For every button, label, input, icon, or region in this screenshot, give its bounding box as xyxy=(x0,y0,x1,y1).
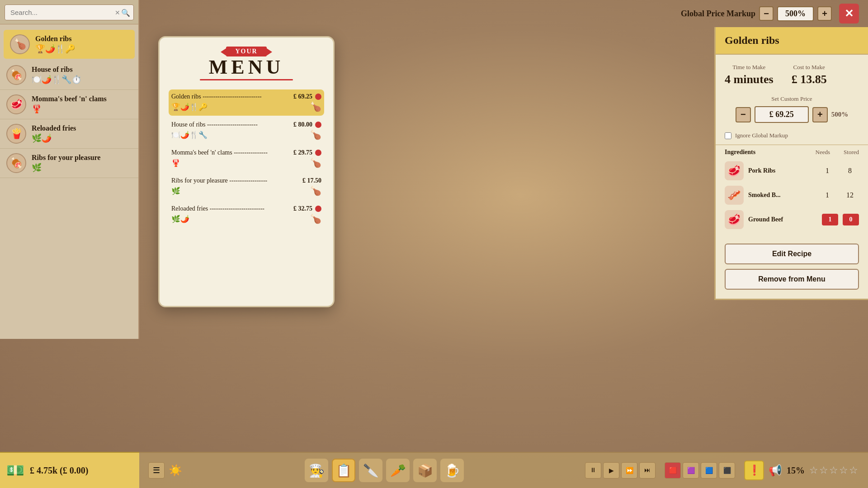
price-control: − £ 69.25 + 500% xyxy=(725,106,859,123)
remove-from-menu-button[interactable]: Remove from Menu xyxy=(725,269,859,290)
entry-name: Reloaded fries -------------------------… xyxy=(171,205,264,212)
rating-icon: ❗ xyxy=(744,460,764,480)
menu-entry-0[interactable]: Golden ribs ----------------------------… xyxy=(169,89,324,116)
sidebar: ✕ 🔍 🍗 Golden ribs 🏆🌶️🍴🔑 🍖 House of ribs … xyxy=(0,0,139,339)
sun-button[interactable]: ☀️ xyxy=(167,462,184,479)
sidebar-item-golden-ribs[interactable]: 🍗 Golden ribs 🏆🌶️🍴🔑 xyxy=(4,30,135,59)
playback-controls: ⏸ ▶ ⏩ ⏭ xyxy=(585,462,656,479)
menu-entry-4[interactable]: Reloaded fries -------------------------… xyxy=(169,202,324,228)
sidebar-item-ribs-pleasure[interactable]: 🍖 Ribs for your pleasure 🌿 xyxy=(0,149,138,178)
price-percent: 500% xyxy=(831,111,849,118)
cost-stat: Cost to Make £ 13.85 xyxy=(792,64,827,86)
menu-underline xyxy=(200,79,293,80)
item-name: Reloaded fries xyxy=(32,124,132,132)
ing-stored-smoked: 12 xyxy=(841,191,859,199)
entry-price: £ 29.75 xyxy=(293,149,321,156)
price-dot xyxy=(315,122,321,128)
item-tags: 🏆🌶️🍴🔑 xyxy=(35,44,128,54)
item-icon: 🍖 xyxy=(6,153,26,173)
entry-icons: 🌿🌶️ 🍗 xyxy=(171,213,321,224)
ing-needs-smoked: 1 xyxy=(818,191,836,199)
detail-header: Golden ribs xyxy=(716,27,868,55)
time-value: 4 minutes xyxy=(725,73,774,86)
ignore-markup-label: Ignore Global Markup xyxy=(735,132,788,139)
entry-row: House of ribs ------------------------ £… xyxy=(171,121,321,128)
taskbar-ingredients-button[interactable]: 🥕 xyxy=(386,459,410,482)
btn-blue[interactable]: 🟦 xyxy=(701,462,717,479)
ing-icon-smoked: 🥓 xyxy=(725,186,744,205)
entry-row: Momma's beef 'n' clams ---------------- … xyxy=(171,149,321,156)
ing-name-smoked: Smoked B... xyxy=(748,192,814,199)
price-dot xyxy=(315,206,321,212)
cost-value: £ 13.85 xyxy=(792,73,827,86)
ingredients-section: Ingredients Needs Stored 🥩 Pork Ribs 1 8… xyxy=(716,145,868,238)
entry-icons: 🌿 🍗 xyxy=(171,185,321,196)
ingredients-title: Ingredients xyxy=(725,149,755,156)
taskbar-center: 👨‍🍳 📋 🔪 🥕 📦 🍺 xyxy=(305,459,464,482)
taskbar-drink-button[interactable]: 🍺 xyxy=(440,459,464,482)
star-rating: ☆☆☆☆☆ xyxy=(809,465,859,476)
entry-dish: 🍗 xyxy=(310,213,321,224)
price-plus-button[interactable]: + xyxy=(812,107,828,122)
pause-button[interactable]: ⏸ xyxy=(585,462,601,479)
ing-name-beef: Ground Beef xyxy=(748,216,817,223)
menu-title: MENU xyxy=(169,57,324,77)
item-icon: 🥩 xyxy=(6,94,26,114)
entry-dish: 🍗 xyxy=(310,129,321,140)
menu-entry-2[interactable]: Momma's beef 'n' clams ---------------- … xyxy=(169,145,324,172)
taskbar: ☰ ☀️ 👨‍🍳 📋 🔪 🥕 📦 🍺 ⏸ ▶ ⏩ ⏭ 🟥 🟪 🟦 ⬛ ❗ 📢 1… xyxy=(139,452,868,488)
sidebar-item-reloaded-fries[interactable]: 🍟 Reloaded fries 🌿🌶️ xyxy=(0,119,138,149)
entry-tags: 🍽️🌶️🍴🔧 xyxy=(171,131,208,139)
price-minus-button[interactable]: − xyxy=(736,107,751,122)
entry-row: Ribs for your pleasure -----------------… xyxy=(171,177,321,184)
menu-entry-3[interactable]: Ribs for your pleasure -----------------… xyxy=(169,174,324,200)
markup-minus-button[interactable]: − xyxy=(759,6,774,21)
btn-purple[interactable]: 🟪 xyxy=(683,462,699,479)
price-section: Set Custom Price − £ 69.25 + 500% xyxy=(716,91,868,130)
close-button[interactable]: ✕ xyxy=(839,4,859,23)
item-info: Reloaded fries 🌿🌶️ xyxy=(32,124,132,143)
taskbar-menu-button[interactable]: 📋 xyxy=(332,459,355,482)
entry-name: Momma's beef 'n' clams ---------------- xyxy=(171,149,268,156)
taskbar-box-button[interactable]: 📦 xyxy=(413,459,437,482)
detail-actions: Edit Recipe Remove from Menu xyxy=(716,238,868,299)
markup-text: Global Price Markup xyxy=(681,9,755,19)
entry-icons: 🦞 🍗 xyxy=(171,157,321,168)
item-tags: 🦞 xyxy=(32,104,132,114)
sidebar-item-mommmas-beef[interactable]: 🥩 Momma's beef 'n' clams 🦞 xyxy=(0,90,138,119)
markup-plus-button[interactable]: + xyxy=(817,6,832,21)
btn-red[interactable]: 🟥 xyxy=(665,462,681,479)
hamburger-button[interactable]: ☰ xyxy=(148,462,165,479)
item-name: Momma's beef 'n' clams xyxy=(32,95,132,103)
item-tags: 🌿🌶️ xyxy=(32,133,132,143)
cost-label: Cost to Make xyxy=(792,64,827,71)
item-name: House of ribs xyxy=(32,66,132,74)
item-name: Ribs for your pleasure xyxy=(32,154,132,162)
entry-tags: 🦞 xyxy=(171,159,180,167)
faster-button[interactable]: ⏭ xyxy=(639,462,656,479)
menu-entries: Golden ribs ----------------------------… xyxy=(169,89,324,228)
item-info: House of ribs 🍽️🌶️🍴🔧⏱️ xyxy=(32,66,132,84)
detail-stats: Time to Make 4 minutes Cost to Make £ 13… xyxy=(716,55,868,91)
edit-recipe-button[interactable]: Edit Recipe xyxy=(725,244,859,264)
price-label: Set Custom Price xyxy=(725,95,859,103)
rating-percent: 15% xyxy=(787,465,805,476)
btn-dark[interactable]: ⬛ xyxy=(719,462,735,479)
ignore-markup-checkbox[interactable] xyxy=(725,132,731,139)
menu-your-label: YOUR xyxy=(226,47,266,56)
item-icon: 🍟 xyxy=(6,124,26,144)
rating-section: ❗ 📢 15% ☆☆☆☆☆ xyxy=(744,460,859,480)
menu-items-list: 🍗 Golden ribs 🏆🌶️🍴🔑 🍖 House of ribs 🍽️🌶️… xyxy=(0,24,138,339)
play-button[interactable]: ▶ xyxy=(603,462,619,479)
entry-row: Reloaded fries -------------------------… xyxy=(171,205,321,212)
menu-entry-1[interactable]: House of ribs ------------------------ £… xyxy=(169,117,324,144)
taskbar-chef-button[interactable]: 👨‍🍳 xyxy=(305,459,328,482)
entry-icons: 🏆🌶️🍴🔑 🍗 xyxy=(171,101,321,112)
ing-icon-pork: 🥩 xyxy=(725,161,744,180)
ing-stored-beef: 0 xyxy=(843,214,859,225)
taskbar-knife-button[interactable]: 🔪 xyxy=(359,459,382,482)
global-markup-label: Global Price Markup − 500% + xyxy=(681,6,832,21)
detail-title: Golden ribs xyxy=(725,34,859,47)
sidebar-item-house-of-ribs[interactable]: 🍖 House of ribs 🍽️🌶️🍴🔧⏱️ xyxy=(0,61,138,90)
fast-forward-button[interactable]: ⏩ xyxy=(621,462,637,479)
